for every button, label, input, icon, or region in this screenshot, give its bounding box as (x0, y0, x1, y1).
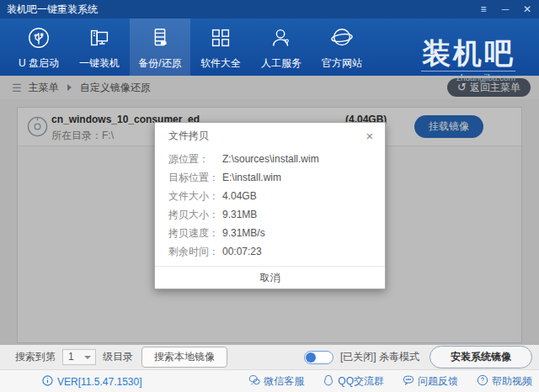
qq-group-link[interactable]: QQ交流群 (323, 374, 384, 389)
antivirus-toggle[interactable] (304, 351, 334, 364)
dialog-row-remaining: 剩余时间： 00:07:23 (168, 242, 371, 261)
row-value: 00:07:23 (222, 246, 262, 257)
close-icon[interactable]: ✕ (520, 0, 534, 19)
tab-software[interactable]: 软件大全 (190, 19, 251, 76)
tab-backup-restore[interactable]: 备份/还原 (130, 19, 190, 76)
link-label: 微信客服 (264, 374, 304, 389)
minimize-icon[interactable]: ─ (499, 0, 512, 19)
app-title: 装机吧一键重装系统 (7, 3, 98, 15)
dialog-row-copied: 拷贝大小： 9.31MB (168, 205, 371, 224)
dialog-row-target: 目标位置： E:\install.wim (168, 168, 371, 187)
depth-select[interactable]: 1 (62, 349, 96, 365)
person-icon (269, 25, 294, 54)
computer-icon (87, 25, 112, 54)
statusbar: VER[11.5.47.1530] 微信客服 QQ交流群 问题反馈 帮助视频 (0, 369, 539, 392)
link-label: 帮助视频 (492, 374, 532, 389)
tab-usb-boot[interactable]: U 盘启动 (8, 19, 69, 76)
help-videos-link[interactable]: 帮助视频 (477, 374, 532, 389)
row-label: 源位置： (168, 152, 222, 167)
usb-icon (26, 25, 51, 54)
tab-label: U 盘启动 (19, 56, 59, 71)
feedback-link[interactable]: 问题反馈 (403, 374, 458, 389)
link-label: QQ交流群 (338, 374, 384, 389)
row-label: 目标位置： (168, 171, 222, 185)
wechat-icon (248, 374, 260, 389)
tab-support[interactable]: 人工服务 (251, 19, 312, 76)
dialog-close-icon[interactable]: × (363, 124, 376, 149)
file-copy-dialog: 文件拷贝 × 源位置： Z:\sources\install.wim 目标位置：… (154, 122, 386, 289)
dialog-row-filesize: 文件大小： 4.04GB (168, 187, 371, 205)
help-icon (477, 374, 488, 389)
cancel-button[interactable]: 取消 (243, 267, 297, 289)
dialog-row-source: 源位置： Z:\sources\install.wim (168, 150, 371, 168)
row-value: 4.04GB (222, 190, 257, 202)
tab-label: 官方网站 (322, 56, 362, 71)
search-depth-suffix: 级目录 (103, 350, 133, 364)
toggle-knob-icon (306, 352, 316, 363)
dialog-row-speed: 拷贝速度： 9.31MB/s (168, 224, 371, 242)
tab-label: 一键装机 (79, 56, 120, 71)
row-label: 拷贝大小： (168, 208, 222, 222)
menu-icon[interactable]: ≡ (477, 0, 490, 19)
row-label: 文件大小： (168, 189, 222, 204)
row-value: Z:\sources\install.wim (222, 153, 319, 165)
info-icon (42, 375, 53, 389)
tab-label: 人工服务 (261, 56, 302, 71)
antivirus-mode-label: [已关闭] 杀毒模式 (340, 350, 419, 364)
row-value: 9.31MB/s (222, 227, 265, 239)
app-window: 装机吧一键重装系统 ≡ ─ ✕ U 盘启动 一键装机 备份/还原 软件大全 (0, 0, 539, 392)
titlebar: 装机吧一键重装系统 ≡ ─ ✕ (0, 0, 539, 19)
grid-icon (208, 25, 233, 54)
bottom-controls: 搜索到第 1 级目录 搜索本地镜像 [已关闭] 杀毒模式 安装系统镜像 (0, 345, 539, 369)
search-local-images-button[interactable]: 搜索本地镜像 (141, 347, 227, 368)
logo-text: 装机吧 (421, 37, 515, 69)
install-system-image-button[interactable]: 安装系统镜像 (430, 346, 532, 368)
qq-icon (323, 374, 334, 389)
row-label: 拷贝速度： (168, 226, 222, 241)
version-label: VER[11.5.47.1530] (57, 376, 142, 388)
feedback-icon (403, 374, 414, 389)
depth-value: 1 (68, 351, 74, 363)
tab-label: 软件大全 (200, 56, 241, 71)
dialog-title: 文件拷贝 (168, 130, 209, 141)
link-label: 问题反馈 (418, 374, 458, 389)
main-nav: U 盘启动 一键装机 备份/还原 软件大全 人工服务 官方网站 (0, 19, 539, 76)
tab-label: 备份/还原 (138, 56, 181, 71)
row-label: 剩余时间： (168, 245, 222, 259)
server-icon (147, 25, 173, 54)
row-value: E:\install.wim (222, 172, 281, 183)
tab-one-key-install[interactable]: 一键装机 (69, 19, 130, 76)
tab-official-site[interactable]: 官方网站 (312, 19, 372, 76)
search-depth-prefix: 搜索到第 (15, 350, 56, 364)
globe-icon (329, 25, 355, 54)
chevron-down-icon (84, 356, 91, 359)
row-value: 9.31MB (222, 209, 257, 220)
wechat-support-link[interactable]: 微信客服 (248, 374, 304, 389)
